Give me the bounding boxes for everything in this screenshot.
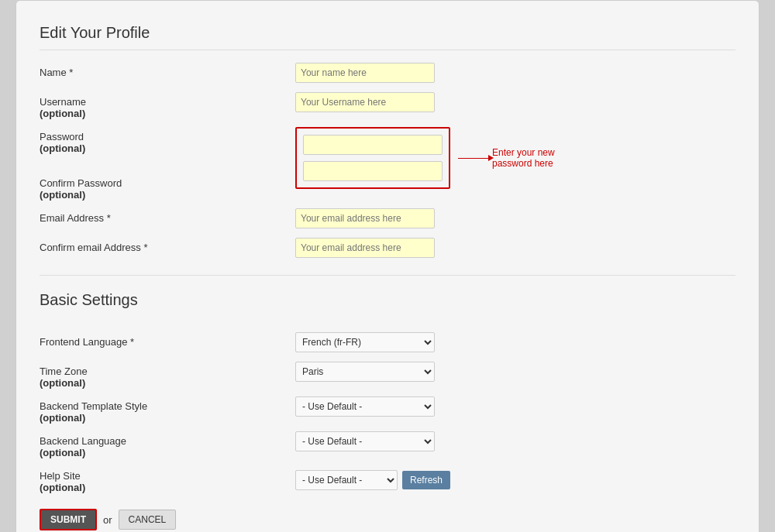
email-row: Email Address *	[40, 208, 735, 230]
help-site-input-wrapper: - Use Default - Help 1 Refresh	[295, 470, 450, 490]
confirm-password-input[interactable]	[303, 161, 443, 181]
backend-template-select[interactable]: - Use Default - Style 1	[295, 396, 435, 417]
profile-section-title: Edit Your Profile	[40, 24, 735, 50]
name-input-wrapper	[295, 63, 450, 83]
backend-language-select-wrapper: - Use Default - English French	[295, 431, 450, 451]
username-row: Username (optional)	[40, 92, 735, 119]
timezone-row: Time Zone (optional) Paris London New Yo…	[40, 362, 735, 389]
username-label: Username (optional)	[40, 92, 295, 119]
frontend-language-label: Frontend Language *	[40, 332, 295, 348]
backend-language-row: Backend Language (optional) - Use Defaul…	[40, 431, 735, 458]
password-labels: Password (optional) Confirm Password (op…	[40, 127, 295, 201]
backend-template-label: Backend Template Style (optional)	[40, 396, 295, 424]
timezone-select[interactable]: Paris London New York	[295, 362, 435, 382]
frontend-language-row: Frontend Language * French (fr-FR) Engli…	[40, 332, 735, 354]
password-annotation: Enter your new password here	[458, 147, 570, 169]
arrow-line	[458, 158, 489, 159]
name-row: Name *	[40, 63, 735, 84]
frontend-language-select[interactable]: French (fr-FR) English (en-GB) Spanish (…	[295, 332, 435, 352]
name-label: Name *	[40, 63, 295, 78]
submit-row: SUBMIT or CANCEL	[40, 509, 735, 530]
annotation-text: Enter your new password here	[492, 147, 570, 169]
backend-language-label: Backend Language (optional)	[40, 431, 295, 458]
password-section-row: Password (optional) Confirm Password (op…	[40, 127, 735, 201]
username-input-wrapper	[295, 92, 450, 112]
name-input[interactable]	[295, 63, 435, 83]
password-box	[295, 127, 450, 189]
confirm-email-input-wrapper	[295, 238, 450, 258]
help-site-label: Help Site (optional)	[40, 466, 295, 493]
backend-template-select-wrapper: - Use Default - Style 1	[295, 396, 450, 417]
or-text: or	[103, 514, 112, 526]
timezone-select-wrapper: Paris London New York	[295, 362, 450, 382]
help-site-row: Help Site (optional) - Use Default - Hel…	[40, 466, 735, 493]
backend-template-row: Backend Template Style (optional) - Use …	[40, 396, 735, 424]
confirm-email-label: Confirm email Address *	[40, 238, 295, 253]
help-site-select[interactable]: - Use Default - Help 1	[295, 470, 398, 490]
refresh-button[interactable]: Refresh	[402, 471, 450, 489]
email-input-wrapper	[295, 208, 450, 228]
frontend-language-select-wrapper: French (fr-FR) English (en-GB) Spanish (…	[295, 332, 450, 352]
confirm-email-row: Confirm email Address *	[40, 238, 735, 259]
submit-button[interactable]: SUBMIT	[40, 509, 97, 530]
email-input[interactable]	[295, 208, 435, 228]
timezone-label: Time Zone (optional)	[40, 362, 295, 389]
section-divider	[40, 275, 735, 276]
basic-settings-title: Basic Settings	[40, 291, 735, 317]
confirm-email-input[interactable]	[295, 238, 435, 258]
cancel-button[interactable]: CANCEL	[119, 510, 177, 530]
backend-language-select[interactable]: - Use Default - English French	[295, 431, 435, 451]
email-label: Email Address *	[40, 208, 295, 224]
page-container: Edit Your Profile Name * Username (optio…	[16, 0, 760, 532]
username-input[interactable]	[295, 92, 435, 112]
password-annotation-wrapper: Enter your new password here	[295, 127, 570, 189]
password-input[interactable]	[303, 135, 443, 155]
